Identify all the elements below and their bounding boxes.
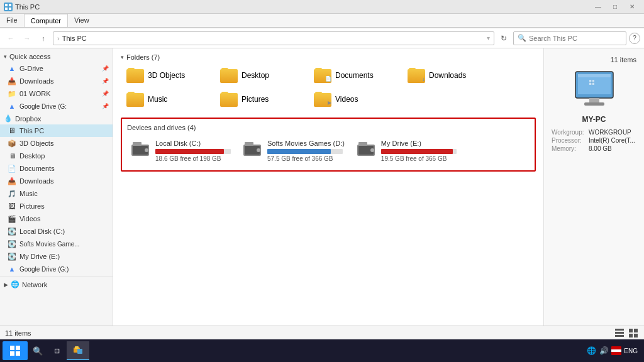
right-panel: 11 items [543,48,644,326]
devices-section: Devices and drives (4) Local Disk (C: [121,118,536,172]
forward-button[interactable]: → [20,31,34,45]
sidebar-item-mydrive[interactable]: 💽 My Drive (E:) [0,250,113,263]
drive-e[interactable]: My Drive (E:) 19.5 GB free of 366 GB [353,136,460,165]
desktop-icon: 🖥 [8,151,16,160]
sidebar-item-label: Downloads [19,177,53,185]
drive-c-info: Local Disk (C:) 18.6 GB free of 198 GB [155,140,231,162]
sidebar: ▾ Quick access ▲ G-Drive 📌 📥 Downloads 📌… [0,48,113,326]
address-path-text: This PC [62,35,87,42]
documents-icon: 📄 [8,164,16,173]
search-taskbar-button[interactable]: 🔍 [29,342,47,359]
search-icon: 🔍 [518,34,526,42]
folder-music[interactable]: Music [121,89,212,110]
svg-rect-26 [615,335,624,337]
help-button[interactable]: ? [629,33,640,44]
list-view-button[interactable] [614,327,625,339]
sidebar-item-downloads[interactable]: 📥 Downloads [0,175,113,187]
sidebar-section-quickaccess[interactable]: ▾ Quick access [0,51,113,62]
sidebar-item-label: Softs Movies Game... [19,241,80,248]
close-button[interactable]: ✕ [624,1,640,13]
sidebar-item-thispc[interactable]: 🖥 This PC [0,124,113,137]
folder-downloads[interactable]: ↓ Downloads [402,65,493,86]
drive-c[interactable]: Local Disk (C:) 18.6 GB free of 198 GB [127,136,234,165]
folder-pictures[interactable]: Pictures [214,89,306,110]
folder-name: 3D Objects [148,71,185,80]
gdrive-icon: ▲ [8,265,16,273]
refresh-button[interactable]: ↻ [497,31,511,45]
language-indicator[interactable]: ENG [624,348,638,354]
processor-value: Intel(R) Core(T... [589,137,635,144]
folder-name: Pictures [242,95,269,104]
sidebar-item-3dobjects[interactable]: 📦 3D Objects [0,137,113,150]
computer-illustration [552,69,636,112]
network-tray-icon[interactable]: 🌐 [586,346,596,356]
drive-d-info: Softs Movies Games (D:) 57.5 GB free of … [267,140,345,162]
maximize-button[interactable]: □ [607,1,623,13]
tab-view[interactable]: View [68,14,96,27]
sidebar-item-label: 3D Objects [19,140,53,147]
folders-section-header: ▾ Folders (7) [121,53,536,61]
explorer-taskbar-app[interactable] [67,341,89,360]
folder-3dobjects[interactable]: 3D Objects [121,65,212,86]
folder-documents[interactable]: 📄 Documents [308,65,399,86]
sidebar-item-videos[interactable]: 🎬 Videos [0,212,113,225]
status-text: 11 items [5,329,31,337]
sidebar-item-gdrive[interactable]: ▲ G-Drive 📌 [0,62,113,75]
svg-rect-27 [629,329,633,332]
taskview-button[interactable]: ⊡ [48,342,65,359]
back-button[interactable]: ← [4,31,18,45]
sidebar-item-label: 01 WORK [19,90,51,97]
content-area: ▾ Folders (7) 3D Objects Desktop [113,48,543,326]
drive-c-free: 18.6 GB free of 198 GB [155,155,231,162]
sidebar-item-documents[interactable]: 📄 Documents [0,162,113,175]
folder-videos[interactable]: ▶ Videos [308,89,399,110]
memory-label: Memory: [552,145,586,152]
search-input[interactable] [529,35,622,42]
drive-e-info: My Drive (E:) 19.5 GB free of 366 GB [381,140,457,162]
sidebar-item-downloads-quick[interactable]: 📥 Downloads 📌 [0,75,113,87]
flag-icon [611,346,621,356]
sidebar-item-softsmovies[interactable]: 💽 Softs Movies Game... [0,238,113,250]
drive-e-name: My Drive (E:) [381,140,457,147]
address-path[interactable]: › This PC ▾ [53,31,494,45]
processor-label: Processor: [552,137,586,144]
tab-file[interactable]: File [0,14,24,27]
quick-access-label: Quick access [9,53,50,60]
drive-c-bar [155,149,224,154]
search-box[interactable]: 🔍 [513,31,626,45]
start-button[interactable] [3,341,28,360]
drive-c-icon [130,140,150,157]
sidebar-section-network[interactable]: ▶ 🌐 Network [0,278,113,290]
sidebar-section-dropbox[interactable]: 💧 Dropbox [0,112,113,124]
grid-view-button[interactable] [628,327,639,339]
up-button[interactable]: ↑ [36,31,50,45]
app-icon [4,3,13,11]
sidebar-item-label: Network [22,281,47,288]
volume-tray-icon[interactable]: 🔊 [599,346,609,356]
svg-point-15 [370,148,374,152]
sidebar-item-label: Downloads [19,77,53,85]
tab-computer[interactable]: Computer [24,14,68,27]
status-bar: 11 items [0,326,644,339]
folder-name: Desktop [242,71,269,80]
folder-desktop[interactable]: Desktop [214,65,306,86]
sidebar-item-googledrive[interactable]: ▲ Google Drive (G:) [0,263,113,275]
sidebar-item-pictures[interactable]: 🖼 Pictures [0,200,113,212]
svg-rect-36 [75,346,79,349]
computer-svg [569,69,619,112]
minimize-button[interactable]: — [590,1,606,13]
address-bar: ← → ↑ › This PC ▾ ↻ 🔍 ? [0,28,644,48]
sidebar-item-desktop[interactable]: 🖥 Desktop [0,150,113,162]
drive-e-bar [381,149,453,154]
drive-d[interactable]: Softs Movies Games (D:) 57.5 GB free of … [239,136,348,165]
sidebar-item-googledrive-quick[interactable]: ▲ Google Drive (G: 📌 [0,100,113,112]
dropbox-icon: 💧 [4,114,13,123]
folder-name: Documents [335,71,374,80]
sidebar-item-music[interactable]: 🎵 Music [0,187,113,200]
ribbon: File Computer View [0,14,644,28]
folders-section-label: Folders (7) [126,53,160,61]
sidebar-item-01work[interactable]: 📁 01 WORK 📌 [0,87,113,100]
drive-c-name: Local Disk (C:) [155,140,231,147]
gdrive-icon: ▲ [8,102,16,111]
sidebar-item-localdisk[interactable]: 💽 Local Disk (C:) [0,225,113,238]
